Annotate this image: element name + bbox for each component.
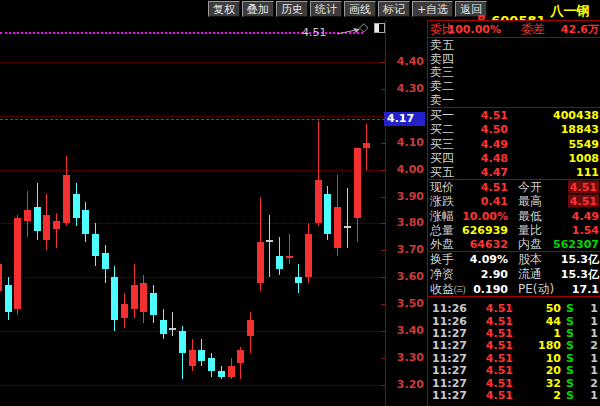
candle-body [189,350,196,366]
candle-body [334,207,341,247]
axis-price-label: 3.50 [393,298,424,310]
candle-body [140,283,147,313]
toolbar-button-历史[interactable]: 历史 [276,1,308,17]
gridline [0,277,385,278]
diamond-marker-icon[interactable]: ◇ [359,20,368,34]
tick-side: S [566,364,574,377]
quote-stats-section: 现价4.51今开4.51涨跌0.41最高4.51涨幅10.00%最低4.49总量… [428,180,600,252]
candle-body [198,350,205,361]
weibi-value: 100.00% [448,23,501,36]
current-price-badge: 4.17 [384,112,425,126]
toolbar-button-画线[interactable]: 画线 [344,1,376,17]
gridline [0,62,385,63]
tick-time: 11:27 [432,339,467,352]
tick-volume: 44 [546,314,561,327]
axis-tick [381,143,386,144]
stat-value: 17.1 [572,282,599,295]
axis-tick [381,331,386,332]
tick-volume: 20 [546,364,561,377]
stat-label: 收益㈢ [430,280,466,297]
quote-value: 626939 [462,223,508,236]
axis-tick [381,358,386,359]
gridline [0,385,385,386]
tick-row: 11:274.512S1 [428,389,600,401]
toolbar-button-复权[interactable]: 复权 [208,1,240,17]
tick-side: S [566,302,574,315]
tick-price: 4.51 [486,388,513,401]
stat-value: 0.190 [473,282,508,295]
candlestick-chart[interactable]: 4.51 ◇ 4.17 4.404.304.104.003.903.803.70… [0,20,427,406]
candle-body [121,304,128,317]
candle-body [82,210,89,234]
weicha-value: 42.6万 [561,22,599,37]
candle-body [237,350,244,363]
candle-body [102,253,109,269]
tick-side: S [566,339,574,352]
toolbar-button-+自选[interactable]: +自选 [412,1,453,17]
tick-row: 11:274.511S1 [428,327,600,339]
quote-panel: 委比 100.00% 委差 42.6万 卖五卖四卖三卖二卖一 买一4.51400… [427,20,600,406]
quote-value: 4.49 [572,209,599,222]
candle-body [363,143,370,148]
candle-body [63,175,70,223]
candle-body [228,366,235,377]
quote-value: 64632 [470,237,508,250]
toolbar-button-标记[interactable]: 标记 [378,1,410,17]
quote-value: 4.51 [568,195,599,208]
quote-value: 0.41 [481,195,508,208]
tick-side: S [566,376,574,389]
candle-wick [56,213,57,248]
tick-row: 11:274.5132S2 [428,376,600,388]
tick-row: 11:274.51180S2 [428,339,600,351]
candle-body [295,277,302,282]
tick-row: 11:264.5150S1 [428,302,600,314]
buy-levels-section: 买一4.51400438买二4.5018843买三4.495549买四4.481… [428,108,600,180]
tick-time: 11:27 [432,388,467,401]
quote-value: 1.54 [572,223,599,236]
tick-side: S [566,351,574,364]
axis-price-label: 3.60 [393,271,424,283]
tick-list-section: 11:264.5150S111:264.5144S111:274.511S111… [428,297,600,406]
sell-level-row: 卖一 [428,93,600,107]
stat-value: 2.90 [481,268,508,281]
tick-count: 1 [590,364,598,377]
stat-value: 4.09% [470,253,508,266]
tick-side: S [566,388,574,401]
tick-time: 11:27 [432,364,467,377]
tick-row: 11:274.5110S1 [428,352,600,364]
limit-up-price-label: 4.51 [302,26,327,39]
toolbar-button-叠加[interactable]: 叠加 [242,1,274,17]
tick-price: 4.51 [486,351,513,364]
candle-body [266,240,273,242]
window-layout-icon[interactable] [374,23,385,33]
stat-value: 15.3亿 [561,267,599,282]
axis-price-label: 3.80 [393,217,424,229]
axis-tick [381,304,386,305]
tick-count: 1 [590,351,598,364]
buy-level-price: 4.48 [481,151,508,164]
tick-price: 4.51 [486,302,513,315]
tick-count: 2 [590,339,598,352]
tick-volume: 50 [546,302,561,315]
axis-tick [381,89,386,90]
fundamental-stats-section: 换手4.09%股本15.3亿净资2.90流通15.3亿收益㈢0.190PE(动)… [428,252,600,297]
tick-price: 4.51 [486,314,513,327]
candle-body [315,180,322,223]
current-price-dashed-line [0,119,385,120]
candle-body [5,285,12,312]
candle-body [34,207,41,231]
buy-level-volume: 18843 [561,123,599,136]
buy-level-volume: 111 [576,165,599,178]
stat-row: 换手4.09%股本15.3亿 [428,252,600,267]
candle-body [208,358,215,371]
candle-body [0,264,2,291]
candle-body [276,256,283,269]
candle-wick [347,188,348,247]
buy-level-volume: 1008 [568,151,599,164]
candle-body [305,234,312,277]
candle-body [73,194,80,218]
toolbar-button-统计[interactable]: 统计 [310,1,342,17]
axis-tick [381,197,386,198]
buy-level-row: 买五4.47111 [428,165,600,179]
axis-tick [381,277,386,278]
